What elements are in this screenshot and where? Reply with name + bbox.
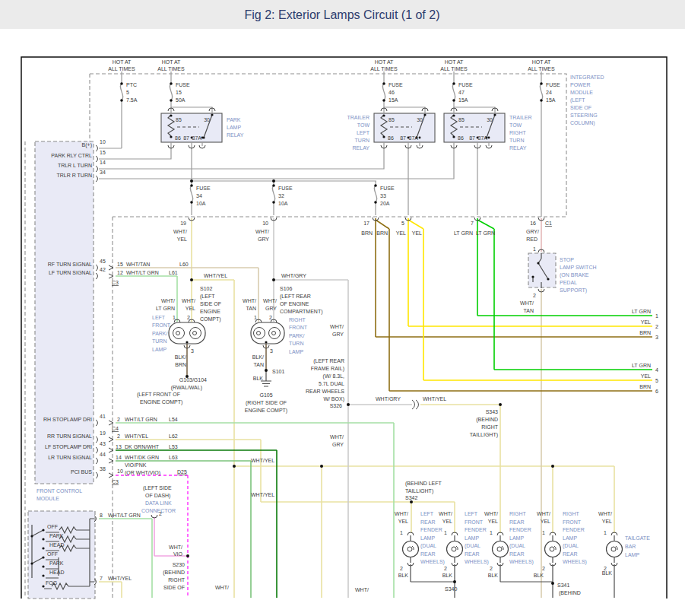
fuse-label: 24 xyxy=(546,90,552,95)
lf-lamp-label: FRONT xyxy=(152,322,171,328)
splice-label: S326 xyxy=(330,403,342,408)
wire-label: WHT/ xyxy=(182,298,195,303)
wire-label: BLK xyxy=(398,573,409,578)
fuse-label: 32 xyxy=(278,193,284,198)
ground-label: G103/G104 xyxy=(179,377,207,383)
wire-label: WHT/ xyxy=(255,229,269,234)
lamp-pin: 1 xyxy=(254,315,257,320)
dlc-label: DATA LINK xyxy=(145,500,172,506)
wire-label: WHT/ xyxy=(263,298,277,303)
fuse-label: 33 xyxy=(380,193,386,198)
rf-lamp-label: PARK/ xyxy=(289,333,305,338)
fuse-label: FUSE xyxy=(380,186,395,191)
wire-label: WHT/ xyxy=(537,511,550,516)
relay-terminal: 30 xyxy=(204,117,210,122)
ipm-label: STEERING xyxy=(570,113,598,118)
splice-label: S101 xyxy=(272,369,284,374)
wire-label: WHT/ xyxy=(355,587,369,592)
wire-label: YEL xyxy=(488,519,498,524)
wire-label: WHT/LT GRN xyxy=(126,270,159,275)
ipm-pin: 17 xyxy=(363,221,369,226)
rf-lamp-label: RIGHT xyxy=(289,317,306,322)
ipm-pin: 5 xyxy=(401,221,404,226)
ipm-pin: 19 xyxy=(180,221,186,226)
circuit-id: L54 xyxy=(169,417,178,422)
wire-label: WHT/YEL xyxy=(251,492,274,497)
splice-label: RIGHT xyxy=(168,577,186,583)
fuse-label: 50A xyxy=(176,97,186,103)
lamp-pin: 1 xyxy=(604,530,607,535)
tailgate-lamp-label: LAMP xyxy=(625,552,639,557)
splice-label: REAR WHEELS xyxy=(306,389,344,394)
dlc-location: OF DASH) xyxy=(145,493,170,499)
rear-lamp-label: WHEELS) xyxy=(563,559,587,565)
relay-terminal: 86 xyxy=(388,135,394,141)
terminal-number: 14 xyxy=(116,455,122,460)
fcm-pin-name: LF TURN SIGNAL xyxy=(49,270,92,275)
hot-label: ALL TIMES xyxy=(440,66,468,71)
wire-label: WHT/YEL xyxy=(108,576,132,581)
switch-position: OFF xyxy=(47,524,58,529)
hot-label: HOT AT xyxy=(113,59,132,65)
wire-label: BLK xyxy=(602,570,613,576)
fcm-pin-number: 15 xyxy=(100,150,106,155)
wire-label: YEL xyxy=(541,519,550,524)
wire-label: WHT/DK GRN xyxy=(125,455,159,460)
wire-label: YEL xyxy=(641,373,651,379)
ipm-pin: 7 xyxy=(471,221,474,226)
splice-label: S342 xyxy=(405,495,417,500)
rear-lamp-label: LAMP xyxy=(420,535,435,541)
wire-label: BLK xyxy=(253,376,264,381)
switch-pin: 2 xyxy=(533,293,536,298)
wire-label: WHT/GRY xyxy=(376,396,401,402)
wire-label: BRN xyxy=(175,362,186,367)
fcm-pin-number: 43 xyxy=(100,441,106,446)
switch-pin: 8 xyxy=(100,513,103,518)
switch-pin: 1 xyxy=(533,246,536,252)
fuse-label: FUSE xyxy=(546,82,560,87)
rear-lamp-label: LAMP xyxy=(563,535,577,541)
wire-label: TAN xyxy=(254,362,264,367)
rear-lamp-label: (DUAL xyxy=(465,543,480,549)
fcm-pin-number: 45 xyxy=(100,259,106,264)
front-control-module-box xyxy=(35,141,94,484)
fcm-pin-number: 41 xyxy=(100,414,106,419)
wire-label: VIO/PNK xyxy=(125,462,147,468)
hot-label: HOT AT xyxy=(375,59,394,65)
terminal-number: 13 xyxy=(116,444,122,449)
fcm-pin-name: PARK RLY CTRL xyxy=(51,153,92,158)
wire-label: GRY xyxy=(265,306,277,311)
fcm-pin-name: TRLR L TURN xyxy=(58,163,92,168)
circuit-id: L63 xyxy=(169,455,178,460)
tailgate-lamp-label: TAILGATE xyxy=(625,535,650,541)
splice-label: SIDE OF xyxy=(200,301,221,306)
switch-position: HEAD xyxy=(49,570,64,575)
stop-switch-label: STOP xyxy=(560,257,574,262)
splice-label: S341 xyxy=(557,583,569,588)
wire-label: WHT/YEL xyxy=(204,273,227,278)
fcm-pin-number: 42 xyxy=(100,267,106,272)
switch-pin: 7 xyxy=(100,576,103,581)
fcm-pin-name: LR TURN SIGNAL xyxy=(48,455,92,460)
fuse-label: 34 xyxy=(196,193,202,198)
wire-label: WHT/LT GRN xyxy=(108,513,141,518)
hot-label: HOT AT xyxy=(532,59,551,65)
wire-label: LT GRN xyxy=(632,309,651,314)
fuse-label: 15A xyxy=(458,97,468,103)
stop-switch-label: (ON BRAKE xyxy=(560,272,589,278)
wire-label: BRN xyxy=(376,230,388,236)
splice-label: RIGHT xyxy=(481,424,499,430)
switch-position: OFF xyxy=(47,551,58,557)
tt-right-relay-label: TURN xyxy=(509,138,524,143)
circuit-number: 5 xyxy=(655,378,658,383)
tt-right-relay-label: RELAY xyxy=(509,145,527,151)
ipm-label: COLUMN) xyxy=(570,120,595,126)
park-lamp-relay-label: RELAY xyxy=(227,132,244,138)
fuse-label: 46 xyxy=(388,90,395,95)
wire-label: LT GRN xyxy=(454,230,473,236)
fcm-pin-number: 44 xyxy=(100,452,106,457)
switch-position: PARK xyxy=(49,533,64,538)
wire-label: LT GRN xyxy=(632,363,651,368)
ground-label: (LEFT FRONT OF xyxy=(137,392,180,398)
relay-terminal: 87A xyxy=(409,135,419,141)
